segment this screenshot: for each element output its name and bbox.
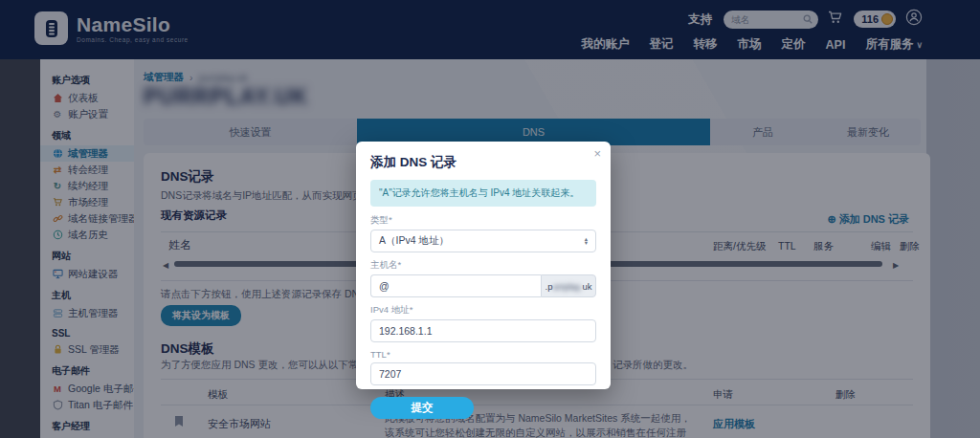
type-label: 类型* (370, 214, 596, 227)
hostname-label: 主机名* (370, 259, 596, 272)
hostname-suffix-redacted: urrplay. (552, 281, 582, 292)
select-arrows-icon: ▴▾ (585, 237, 588, 245)
close-icon[interactable]: × (593, 146, 601, 161)
ipv4-label: IPv4 地址* (370, 304, 596, 317)
record-type-value: A（IPv4 地址） (379, 234, 449, 248)
ttl-label: TTL* (370, 349, 596, 360)
ttl-input[interactable] (370, 362, 596, 385)
page: NameSilo Domains. Cheap, easy and secure… (0, 0, 980, 438)
hostname-suffix: .purrplay.uk (541, 274, 596, 297)
record-type-select[interactable]: A（IPv4 地址） ▴▾ (370, 230, 596, 252)
hostname-input[interactable] (370, 274, 541, 297)
submit-button[interactable]: 提交 (370, 397, 474, 419)
ipv4-input[interactable] (370, 319, 596, 342)
add-dns-record-modal: × 添加 DNS 记录 "A"记录允许您将主机名与 IPv4 地址关联起来。 类… (356, 142, 611, 389)
hostname-input-group: .purrplay.uk (370, 274, 596, 297)
a-record-info-banner: "A"记录允许您将主机名与 IPv4 地址关联起来。 (370, 180, 596, 207)
modal-title: 添加 DNS 记录 (370, 154, 596, 171)
